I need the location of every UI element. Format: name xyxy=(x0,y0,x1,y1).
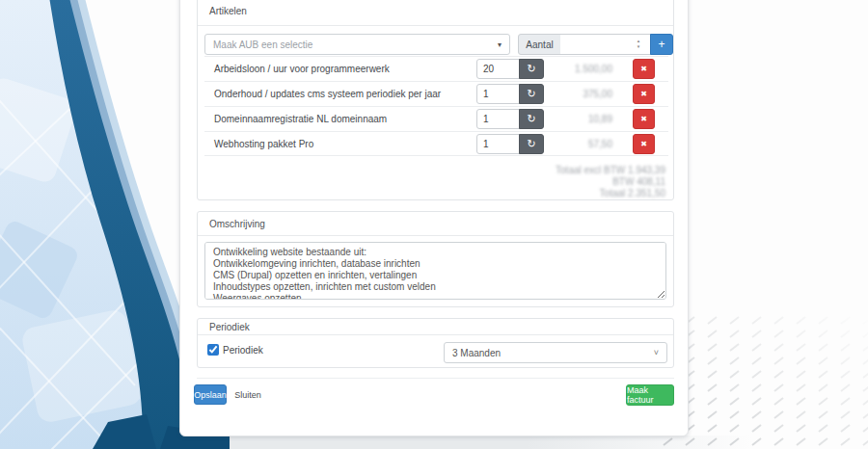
delete-icon: ✖ xyxy=(640,90,647,98)
article-name: Webhosting pakket Pro xyxy=(214,139,313,149)
stepper-down-icon[interactable]: ▾ xyxy=(637,43,640,49)
article-row: Arbeidsloon / uur voor programmeerwerk ↻… xyxy=(204,56,668,81)
delete-article-button[interactable]: ✖ xyxy=(633,59,655,79)
totals-block: Totaal excl BTW 1.943,39 BTW 408,11 Tota… xyxy=(556,165,665,199)
close-button[interactable]: Sluiten xyxy=(231,384,265,405)
article-quantity-input[interactable] xyxy=(476,134,520,154)
refresh-icon: ↻ xyxy=(527,138,535,150)
interval-select[interactable]: 3 Maanden ˅ xyxy=(444,342,667,363)
delete-icon: ✖ xyxy=(640,65,647,73)
delete-icon: ✖ xyxy=(640,115,647,123)
chevron-down-icon: ▾ xyxy=(498,40,502,49)
article-amount: 375,00 xyxy=(583,89,612,99)
article-select-placeholder: Maak AUB een selectie xyxy=(213,40,312,50)
article-amount: 1.500,00 xyxy=(575,64,612,74)
make-invoice-button[interactable]: Maak factuur xyxy=(626,384,674,406)
periodic-checkbox[interactable] xyxy=(207,344,219,356)
periodic-panel-title: Periodiek xyxy=(198,319,673,335)
article-quantity-input[interactable] xyxy=(476,109,520,129)
delete-article-button[interactable]: ✖ xyxy=(633,134,655,154)
article-row: Onderhoud / updates cms systeem periodie… xyxy=(204,81,668,106)
total-btw: BTW 408,11 xyxy=(556,176,665,188)
article-select[interactable]: Maak AUB een selectie ▾ xyxy=(204,34,510,55)
article-amount: 57,50 xyxy=(588,139,612,149)
update-quantity-button[interactable]: ↻ xyxy=(519,134,544,154)
quantity-stepper[interactable]: ▴ ▾ xyxy=(634,38,643,51)
footer-divider xyxy=(197,378,674,379)
article-amount: 10,89 xyxy=(588,114,612,124)
save-button[interactable]: Opslaan xyxy=(194,384,227,405)
add-article-button[interactable]: + xyxy=(650,34,673,55)
article-name: Domeinnaamregistratie NL domeinnaam xyxy=(214,114,387,124)
total-excl-btw: Totaal excl BTW 1.943,39 xyxy=(556,165,665,176)
periodic-checkbox-row: Periodiek xyxy=(207,344,263,356)
refresh-icon: ↻ xyxy=(527,63,535,75)
delete-icon: ✖ xyxy=(640,140,647,148)
article-row: Webhosting pakket Pro ↻ 57,50 ✖ xyxy=(204,131,668,156)
articles-panel: Artikelen Maak AUB een selectie ▾ Aantal… xyxy=(197,0,674,200)
article-quantity-input[interactable] xyxy=(476,84,520,104)
quantity-label: Aantal xyxy=(518,34,561,55)
article-quantity-input[interactable] xyxy=(476,59,520,79)
invoice-form-card: Artikelen Maak AUB een selectie ▾ Aantal… xyxy=(179,0,689,436)
update-quantity-button[interactable]: ↻ xyxy=(519,59,544,79)
description-panel: Omschrijving Ontwikkeling website bestaa… xyxy=(197,211,674,307)
delete-article-button[interactable]: ✖ xyxy=(633,84,655,104)
article-row: Domeinnaamregistratie NL domeinnaam ↻ 10… xyxy=(204,106,668,131)
delete-article-button[interactable]: ✖ xyxy=(633,109,655,129)
description-textarea[interactable]: Ontwikkeling website bestaande uit: Ontw… xyxy=(204,242,666,300)
refresh-icon: ↻ xyxy=(527,113,535,125)
update-quantity-button[interactable]: ↻ xyxy=(519,84,544,104)
description-panel-title: Omschrijving xyxy=(198,212,673,236)
chevron-down-icon: ˅ xyxy=(654,348,659,357)
periodic-checkbox-label[interactable]: Periodiek xyxy=(223,345,263,356)
total-incl-btw: Totaal 2.351,50 xyxy=(556,188,665,199)
periodic-panel: Periodiek Periodiek 3 Maanden ˅ xyxy=(197,318,674,368)
diagonal-dash-pattern xyxy=(661,314,868,449)
article-list: Arbeidsloon / uur voor programmeerwerk ↻… xyxy=(204,56,668,156)
plus-icon: + xyxy=(658,38,665,51)
article-name: Onderhoud / updates cms systeem periodie… xyxy=(214,89,441,99)
interval-select-value: 3 Maanden xyxy=(452,348,501,358)
articles-panel-title: Artikelen xyxy=(198,0,673,26)
refresh-icon: ↻ xyxy=(527,88,535,100)
article-name: Arbeidsloon / uur voor programmeerwerk xyxy=(214,64,390,74)
update-quantity-button[interactable]: ↻ xyxy=(519,109,544,129)
